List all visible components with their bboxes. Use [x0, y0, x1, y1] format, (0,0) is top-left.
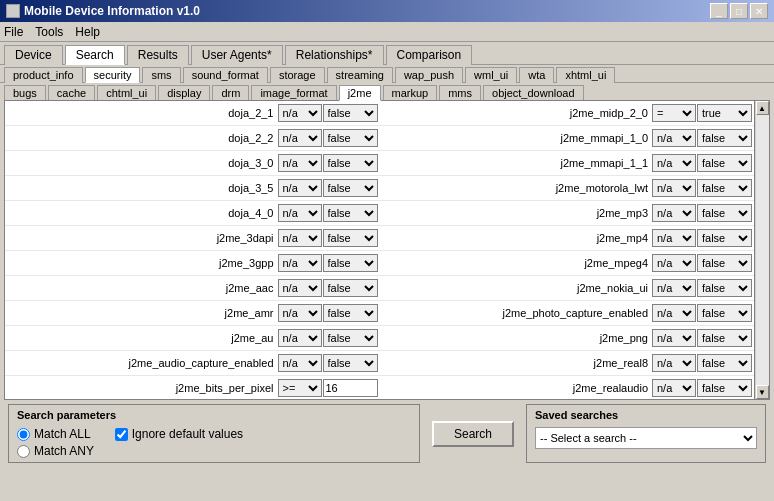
op-select[interactable]: n/a=!=>>=<<= — [652, 379, 696, 397]
op-select[interactable]: n/a=!=>>=<<= — [652, 179, 696, 197]
scrollbar-down[interactable]: ▼ — [756, 385, 769, 399]
tab-device[interactable]: Device — [4, 45, 63, 65]
tab-user-agents[interactable]: User Agents* — [191, 45, 283, 65]
value-select[interactable]: falsetruen/a — [323, 254, 378, 272]
field-label: j2me_bits_per_pixel — [7, 382, 278, 394]
tab-comparison[interactable]: Comparison — [386, 45, 473, 65]
op-select[interactable]: n/a=!=>>=<<= — [278, 104, 322, 122]
value-select[interactable]: falsetruen/a — [697, 304, 752, 322]
tab2-streaming[interactable]: streaming — [327, 67, 393, 83]
tab2-xhtml-ui[interactable]: xhtml_ui — [556, 67, 615, 83]
value-select[interactable]: falsetruen/a — [323, 304, 378, 322]
op-select[interactable]: n/a=!=>>=<<= — [278, 229, 322, 247]
op-select[interactable]: n/a=!=>>=<<= — [278, 129, 322, 147]
value-select[interactable]: falsetruen/a — [323, 229, 378, 247]
op-select[interactable]: n/a=!=>>=<<= — [652, 279, 696, 297]
menu-file[interactable]: File — [4, 25, 23, 39]
tab3-drm[interactable]: drm — [212, 85, 249, 101]
ignore-default-checkbox[interactable] — [115, 428, 128, 441]
search-button[interactable]: Search — [432, 421, 514, 447]
close-button[interactable]: ✕ — [750, 3, 768, 19]
tab2-product-info[interactable]: product_info — [4, 67, 83, 83]
op-select[interactable]: n/a=!=>>=<<= — [278, 254, 322, 272]
value-select[interactable]: falsetruen/a — [697, 329, 752, 347]
op-select[interactable]: n/a=!=>>=<<= — [278, 329, 322, 347]
table-row: doja_2_1n/a=!=>>=<<=falsetruen/a — [5, 101, 380, 126]
tab3-object-download[interactable]: object_download — [483, 85, 584, 101]
value-select[interactable]: falsetruen/a — [697, 129, 752, 147]
op-select[interactable]: n/a=!=>>=<<= — [652, 104, 696, 122]
value-select[interactable]: falsetruen/a — [323, 179, 378, 197]
saved-searches-title: Saved searches — [535, 409, 757, 421]
value-select[interactable]: falsetruen/a — [323, 204, 378, 222]
value-select[interactable]: falsetruen/a — [323, 154, 378, 172]
scrollbar[interactable]: ▲ ▼ — [754, 101, 769, 399]
tab3-display[interactable]: display — [158, 85, 210, 101]
tab3-cache[interactable]: cache — [48, 85, 95, 101]
maximize-button[interactable]: □ — [730, 3, 748, 19]
value-select[interactable]: falsetruen/a — [323, 279, 378, 297]
tab3-mms[interactable]: mms — [439, 85, 481, 101]
search-button-area: Search — [424, 404, 522, 463]
value-select[interactable]: falsetruen/a — [323, 329, 378, 347]
op-select[interactable]: n/a=!=>>=<<= — [278, 179, 322, 197]
tab3-chtml-ui[interactable]: chtml_ui — [97, 85, 156, 101]
match-all-radio[interactable] — [17, 428, 30, 441]
op-select[interactable]: n/a=!=>>=<<= — [652, 154, 696, 172]
field-text-input[interactable] — [323, 379, 378, 397]
op-select[interactable]: n/a=!=>>=<<= — [652, 229, 696, 247]
menu-help[interactable]: Help — [75, 25, 100, 39]
tab2-sms[interactable]: sms — [142, 67, 180, 83]
tertiary-tab-bar: bugs cache chtml_ui display drm image_fo… — [0, 82, 774, 100]
value-select[interactable]: falsetruen/a — [697, 229, 752, 247]
op-select[interactable]: n/a=!=>>=<<= — [652, 329, 696, 347]
value-select[interactable]: falsetruen/a — [697, 204, 752, 222]
value-select[interactable]: falsetruen/a — [323, 354, 378, 372]
tab-relationships[interactable]: Relationships* — [285, 45, 384, 65]
tab-search[interactable]: Search — [65, 45, 125, 65]
op-select[interactable]: n/a=!=>>=<<= — [652, 129, 696, 147]
tab3-j2me[interactable]: j2me — [339, 85, 381, 101]
value-select[interactable]: falsetruen/a — [323, 104, 378, 122]
value-select[interactable]: falsetruen/a — [697, 379, 752, 397]
op-select[interactable]: n/a=!=>>=<<= — [652, 204, 696, 222]
tab2-wml-ui[interactable]: wml_ui — [465, 67, 517, 83]
op-select[interactable]: n/a=!=>>=<<= — [278, 379, 322, 397]
tab3-bugs[interactable]: bugs — [4, 85, 46, 101]
match-any-radio[interactable] — [17, 445, 30, 458]
field-label: j2me_png — [382, 332, 653, 344]
field-label: doja_4_0 — [7, 207, 278, 219]
value-select[interactable]: falsetruen/a — [697, 179, 752, 197]
table-row: j2me_mmapi_1_1n/a=!=>>=<<=falsetruen/a — [380, 151, 755, 176]
table-row: doja_4_0n/a=!=>>=<<=falsetruen/a — [5, 201, 380, 226]
op-select[interactable]: n/a=!=>>=<<= — [278, 354, 322, 372]
saved-searches-select[interactable]: -- Select a search -- — [535, 427, 757, 449]
op-select[interactable]: n/a=!=>>=<<= — [278, 304, 322, 322]
tab2-sound-format[interactable]: sound_format — [183, 67, 268, 83]
tab2-wta[interactable]: wta — [519, 67, 554, 83]
right-column: j2me_midp_2_0n/a=!=>>=<<=truefalsen/aj2m… — [380, 101, 755, 399]
scrollbar-up[interactable]: ▲ — [756, 101, 769, 115]
op-select[interactable]: n/a=!=>>=<<= — [278, 204, 322, 222]
value-select[interactable]: falsetruen/a — [697, 154, 752, 172]
op-select[interactable]: n/a=!=>>=<<= — [652, 254, 696, 272]
tab2-wap-push[interactable]: wap_push — [395, 67, 463, 83]
menu-tools[interactable]: Tools — [35, 25, 63, 39]
tab3-image-format[interactable]: image_format — [251, 85, 336, 101]
table-row: j2me_amrn/a=!=>>=<<=falsetruen/a — [5, 301, 380, 326]
field-label: j2me_3gpp — [7, 257, 278, 269]
op-select[interactable]: n/a=!=>>=<<= — [278, 154, 322, 172]
op-select[interactable]: n/a=!=>>=<<= — [278, 279, 322, 297]
op-select[interactable]: n/a=!=>>=<<= — [652, 354, 696, 372]
value-select[interactable]: truefalsen/a — [697, 104, 752, 122]
tab-results[interactable]: Results — [127, 45, 189, 65]
minimize-button[interactable]: _ — [710, 3, 728, 19]
tab2-security[interactable]: security — [85, 67, 141, 83]
value-select[interactable]: falsetruen/a — [697, 354, 752, 372]
value-select[interactable]: falsetruen/a — [323, 129, 378, 147]
value-select[interactable]: falsetruen/a — [697, 279, 752, 297]
value-select[interactable]: falsetruen/a — [697, 254, 752, 272]
tab2-storage[interactable]: storage — [270, 67, 325, 83]
tab3-markup[interactable]: markup — [383, 85, 438, 101]
op-select[interactable]: n/a=!=>>=<<= — [652, 304, 696, 322]
